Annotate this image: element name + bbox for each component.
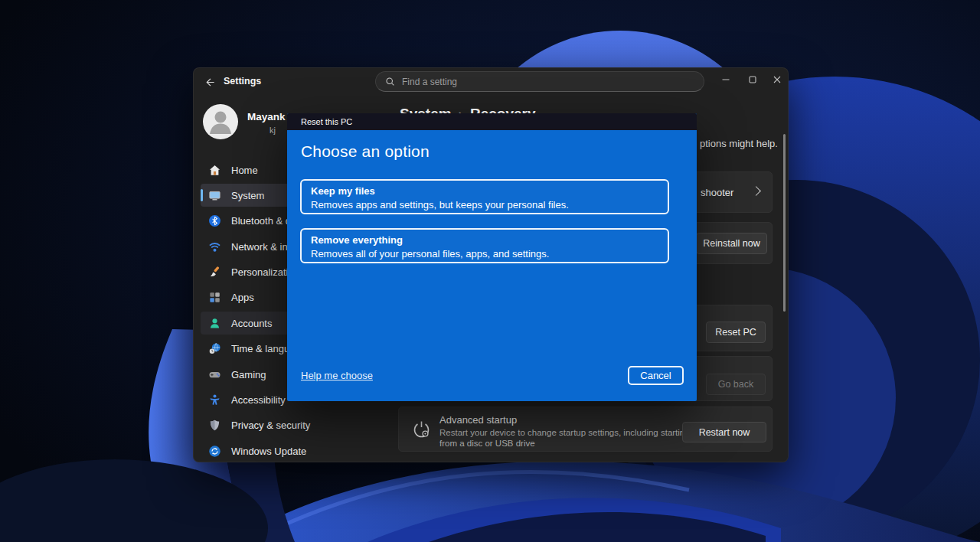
sidebar-item-label: System [231,190,264,201]
option-keep-my-files[interactable]: Keep my files Removes apps and settings,… [300,179,669,214]
network-icon [207,240,221,253]
advanced-startup-icon [411,420,432,443]
close-button[interactable] [771,73,783,86]
sidebar-item-label: Gaming [231,369,266,380]
back-arrow-icon [204,77,216,88]
sidebar-item-label: Accessibility [231,394,286,406]
bluetooth-icon [207,214,221,227]
search-placeholder: Find a setting [402,77,457,87]
sidebar-item-privacy-security[interactable]: Privacy & security [201,413,384,436]
accounts-icon [207,316,221,330]
option-description: Removes all of your personal files, apps… [311,247,658,260]
option-title: Keep my files [311,184,658,198]
option-title: Remove everything [311,233,658,247]
windows-update-icon [207,444,221,458]
advanced-startup-card: Advanced startup Restart your device to … [398,406,773,452]
dialog-heading: Choose an option [301,142,430,161]
option-description: Removes apps and settings, but keeps you… [311,198,658,211]
cancel-button[interactable]: Cancel [628,366,684,385]
recovery-intro-text: ptions might help. [700,138,778,149]
dialog-title: Reset this PC [301,117,352,126]
desktop: { "wallpaper": { "theme": "windows-11-da… [0,0,980,542]
maximize-button[interactable] [746,73,759,86]
sidebar-item-windows-update[interactable]: Windows Update [201,439,384,462]
option-remove-everything[interactable]: Remove everything Removes all of your pe… [300,228,669,263]
app-title: Settings [224,76,261,87]
reset-this-pc-dialog: Reset this PC Choose an option Keep my f… [287,113,697,401]
search-input[interactable]: Find a setting [375,71,704,92]
search-icon [385,77,395,87]
accessibility-icon [207,393,221,406]
troubleshooter-label: shooter [701,187,733,198]
help-me-choose-link[interactable]: Help me choose [301,370,373,381]
sidebar-item-label: Apps [231,292,254,303]
sidebar-item-label: Windows Update [231,446,306,457]
avatar[interactable] [203,104,238,139]
home-icon [207,163,221,177]
maximize-icon [748,75,757,84]
scrollbar[interactable] [783,134,786,312]
personalization-icon [207,265,221,279]
back-button[interactable] [204,76,216,88]
advanced-startup-title: Advanced startup [439,414,517,426]
sidebar-item-label: Privacy & security [231,420,310,431]
advanced-startup-desc-line2: from a disc or USB drive [439,439,690,449]
restart-now-button[interactable]: Restart now [682,422,766,442]
person-icon [203,104,238,139]
advanced-startup-description: Restart your device to change startup se… [439,428,690,449]
reinstall-now-button[interactable]: Reinstall now [696,233,767,254]
advanced-startup-desc-line1: Restart your device to change startup se… [439,428,690,439]
reset-pc-button[interactable]: Reset PC [706,322,766,343]
dialog-titlebar: Reset this PC [287,113,697,130]
minimize-icon [721,75,730,84]
sidebar-item-label: Accounts [231,318,272,329]
user-email-fragment: kj [270,126,276,135]
go-back-button[interactable]: Go back [706,374,766,395]
chevron-right-icon [751,186,761,196]
minimize-button[interactable] [720,73,732,86]
gaming-icon [207,367,221,381]
close-icon [773,75,782,84]
privacy-icon [207,418,221,432]
time-language-icon [207,341,221,355]
system-icon [207,188,221,202]
sidebar-item-label: Home [231,165,258,176]
apps-icon [207,290,221,304]
